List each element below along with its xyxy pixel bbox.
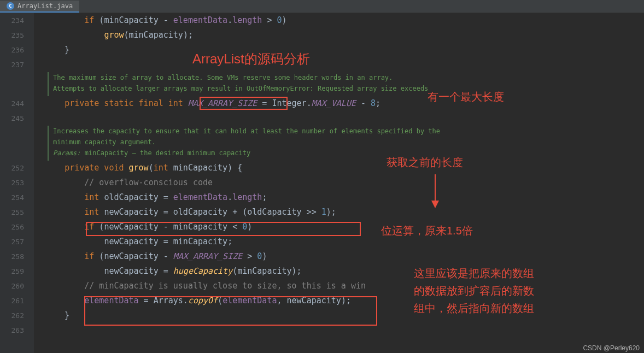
code-line: if (minCapacity - elementData.length > 0… (45, 13, 644, 28)
line-number: 244 (0, 96, 24, 111)
code-line: elementData = Arrays.copyOf(elementData,… (45, 293, 644, 308)
code-line: newCapacity = hugeCapacity(minCapacity); (45, 264, 644, 279)
code-line (45, 111, 644, 126)
code-line: if (newCapacity - minCapacity < 0) (45, 220, 644, 234)
annotation-getprev: 获取之前的长度 (387, 155, 463, 170)
line-number: 235 (0, 28, 24, 43)
watermark: CSDN @Perley620 (583, 344, 640, 352)
javadoc-block: Increases the capacity to ensure that it… (48, 126, 644, 161)
code-area[interactable]: if (minCapacity - elementData.length > 0… (34, 13, 644, 353)
code-line: // minCapacity is usually close to size,… (45, 279, 644, 293)
javadoc-block: The maximum size of array to allocate. S… (48, 72, 644, 96)
annotation-copy: 这里应该是把原来的数组 的数据放到扩容后的新数 组中，然后指向新的数组 (414, 264, 534, 317)
code-line: } (45, 308, 644, 323)
line-number: 258 (0, 249, 24, 264)
line-number: 263 (0, 323, 24, 338)
line-number: 245 (0, 111, 24, 126)
line-number: 254 (0, 190, 24, 205)
annotation-title: ArrayList的源码分析 (192, 51, 310, 66)
code-line: int newCapacity = oldCapacity + (oldCapa… (45, 205, 644, 220)
line-number: 259 (0, 264, 24, 279)
code-line: } (45, 43, 644, 57)
annotation-maxlen: 有一个最大长度 (428, 90, 504, 104)
code-line (45, 57, 644, 72)
code-line: int oldCapacity = elementData.length; (45, 190, 644, 205)
code-line: if (newCapacity - MAX_ARRAY_SIZE > 0) (45, 249, 644, 264)
code-line: private void grow(int minCapacity) { (45, 161, 644, 175)
code-line (45, 323, 644, 338)
file-tab[interactable]: C ArrayList.java (0, 1, 79, 13)
code-line: grow(minCapacity); (45, 28, 644, 43)
annotation-bitop: 位运算，原来1.5倍 (381, 223, 473, 238)
line-number: 234 (0, 13, 24, 28)
code-line: // overflow-conscious code (45, 175, 644, 190)
line-number: 261 (0, 293, 24, 308)
code-line: newCapacity = minCapacity; (45, 234, 644, 249)
code-line: private static final int MAX_ARRAY_SIZE … (45, 96, 644, 111)
line-number: 256 (0, 220, 24, 234)
arrow-icon (435, 174, 436, 207)
line-number: 255 (0, 205, 24, 220)
line-number: 253 (0, 175, 24, 190)
line-number: 262 (0, 308, 24, 323)
editor: 234 235 236 237 244 245 252 253 254 255 … (0, 13, 644, 353)
tab-filename: ArrayList.java (17, 2, 73, 10)
line-number: 252 (0, 161, 24, 175)
java-class-icon: C (7, 2, 14, 10)
line-number: 257 (0, 234, 24, 249)
line-number: 260 (0, 279, 24, 293)
gutter: 234 235 236 237 244 245 252 253 254 255 … (0, 13, 34, 353)
line-number: 237 (0, 57, 24, 72)
line-number: 236 (0, 43, 24, 57)
tab-bar: C ArrayList.java (0, 0, 644, 13)
